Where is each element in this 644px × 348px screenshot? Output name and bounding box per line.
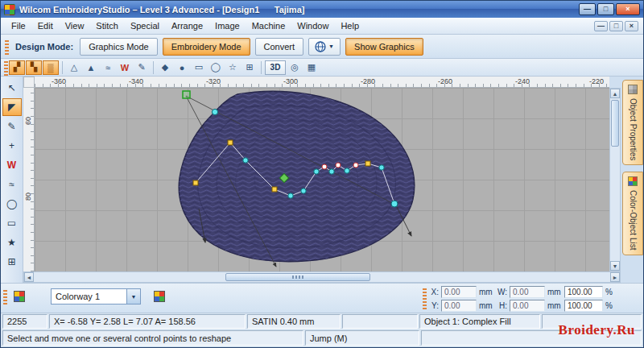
vertical-ruler: 60 80 — [23, 88, 35, 271]
menu-image[interactable]: Image — [209, 19, 246, 32]
palette-button[interactable] — [10, 288, 28, 305]
stitch-point — [353, 163, 358, 168]
embroidery-object[interactable] — [179, 91, 415, 261]
menu-view[interactable]: View — [60, 19, 90, 32]
horizontal-ruler: -360 -340 -320 -300 -280 -260 -240 -220 — [35, 77, 609, 88]
embroidery-mode-button[interactable]: Embroidery Mode — [163, 38, 250, 56]
menu-special[interactable]: Special — [125, 19, 165, 32]
diamond-node-icon[interactable]: ◆ — [157, 60, 173, 75]
mode-toolbar: Design Mode: Graphics Mode Embroidery Mo… — [1, 35, 643, 59]
menu-window[interactable]: Window — [291, 19, 334, 32]
maximize-button[interactable]: □ — [597, 3, 614, 15]
tab-label: Color-Object List — [629, 190, 638, 250]
watermark: Broidery.Ru — [559, 322, 635, 338]
scale-height-input[interactable] — [564, 300, 603, 312]
close-button[interactable]: × — [616, 3, 640, 15]
wave-stitch-icon[interactable]: ≈ — [100, 60, 116, 75]
triangle-solid-icon[interactable]: ▲ — [83, 60, 99, 75]
colorway-dropdown-arrow[interactable]: ▼ — [126, 289, 140, 304]
ruler-tick: -260 — [438, 77, 452, 85]
fill-pattern-icon[interactable]: ▒ — [43, 60, 59, 75]
horizontal-scroll-thumb[interactable] — [225, 273, 370, 281]
hoop-globe-button[interactable]: ▼ — [308, 38, 341, 56]
pattern-stitch-icon[interactable]: ▞ — [9, 60, 25, 75]
stitch-dot-icon[interactable]: ● — [174, 60, 190, 75]
star-shape-tool[interactable]: ★ — [2, 234, 22, 251]
ellipse-tool-icon[interactable]: ◯ — [208, 60, 224, 75]
y-label: Y: — [427, 301, 439, 310]
three-d-view-button[interactable]: 3D — [265, 60, 286, 75]
graphics-mode-button[interactable]: Graphics Mode — [80, 38, 158, 56]
convert-button[interactable]: Convert — [255, 38, 304, 56]
grid-view-icon[interactable]: ⊞ — [242, 60, 258, 75]
colorway-toolbar-grip[interactable] — [3, 288, 7, 304]
triangle-outline-icon[interactable]: △ — [66, 60, 82, 75]
w-unit: mm — [547, 288, 562, 296]
edit-colorways-button[interactable] — [151, 288, 168, 305]
lettering-tool[interactable]: W — [2, 156, 22, 174]
pen-tool-icon[interactable]: ✎ — [134, 60, 150, 75]
menu-edit[interactable]: Edit — [32, 19, 59, 32]
tab-color-object-list[interactable]: Color-Object List — [622, 172, 643, 255]
ellipse-tool[interactable]: ◯ — [2, 195, 22, 213]
vertical-scroll-thumb[interactable] — [611, 100, 619, 147]
zoom-target-icon[interactable]: ◎ — [287, 60, 303, 75]
menu-file[interactable]: File — [6, 19, 31, 32]
show-graphics-button[interactable]: Show Graphics — [345, 38, 423, 56]
object-properties-icon — [628, 85, 638, 94]
h-input[interactable] — [510, 300, 545, 312]
mirror-merge-tool[interactable]: ⊞ — [2, 253, 22, 271]
curve-control-point — [243, 158, 248, 163]
corner-control-point — [272, 187, 277, 192]
menu-help[interactable]: Help — [335, 19, 365, 32]
menu-arrange[interactable]: Arrange — [166, 19, 208, 32]
globe-icon — [315, 41, 326, 52]
corner-control-point — [228, 140, 233, 145]
menu-machine[interactable]: Machine — [246, 19, 291, 32]
fields-toolbar-grip[interactable] — [423, 288, 427, 309]
menubar: File Edit View Stitch Special Arrange Im… — [1, 18, 643, 35]
globe-dropdown-arrow[interactable]: ▼ — [328, 44, 334, 49]
scroll-up-arrow[interactable]: ▲ — [610, 89, 620, 98]
digitize-tool[interactable]: ✎ — [2, 118, 22, 135]
mesh-view-icon[interactable]: ▦ — [303, 60, 320, 75]
mdi-restore-button[interactable]: □ — [609, 21, 623, 31]
scale-width-input[interactable] — [564, 286, 603, 298]
lettering-icon[interactable]: W — [117, 60, 133, 75]
scroll-down-arrow[interactable]: ▼ — [610, 261, 620, 271]
w-label: W: — [496, 288, 507, 296]
tab-object-properties[interactable]: Object Properties — [622, 80, 643, 165]
scale-height-unit: % — [605, 301, 613, 310]
vertical-scrollbar[interactable]: ▲ ▼ — [609, 88, 621, 271]
curve-control-point — [301, 188, 306, 193]
toolbar-grip[interactable] — [5, 39, 9, 55]
texture-stitch-icon[interactable]: ▚ — [26, 60, 42, 75]
mdi-close-button[interactable]: × — [625, 21, 638, 31]
menu-stitch[interactable]: Stitch — [90, 19, 124, 32]
rectangle-tool[interactable]: ▭ — [2, 214, 22, 232]
run-stitch-tool[interactable]: ≈ — [2, 176, 22, 193]
icon-toolbar: ▞ ▚ ▒ △ ▲ ≈ W ✎ ◆ ● ▭ ◯ ☆ ⊞ 3D ◎ ▦ — [1, 59, 643, 77]
scroll-right-arrow[interactable]: ► — [610, 272, 620, 282]
x-input[interactable] — [441, 286, 477, 298]
y-input[interactable] — [441, 300, 477, 312]
colorway-select[interactable]: Colorway 1 ▼ — [51, 288, 141, 304]
palette-icon — [14, 291, 25, 302]
rectangle-tool-icon[interactable]: ▭ — [191, 60, 207, 75]
reshape-tool[interactable]: ◤ — [2, 98, 22, 116]
window-title: Wilcom EmbroideryStudio – Level 3 Advanc… — [19, 5, 579, 14]
minimize-button[interactable]: — — [579, 3, 596, 15]
stitch-edit-tool[interactable]: + — [2, 137, 22, 155]
curve-control-point — [345, 168, 349, 173]
select-tool[interactable]: ↖ — [2, 79, 22, 97]
ruler-tick: -240 — [515, 77, 530, 85]
toolbar-separator — [62, 61, 63, 74]
horizontal-scrollbar[interactable]: ◄ ► — [23, 271, 621, 283]
mdi-minimize-button[interactable]: — — [594, 21, 608, 31]
scroll-left-arrow[interactable]: ◄ — [24, 272, 34, 282]
star-tool-icon[interactable]: ☆ — [225, 60, 241, 75]
w-input[interactable] — [510, 286, 545, 298]
stitch-point — [336, 163, 341, 168]
design-canvas[interactable] — [35, 88, 609, 271]
icon-toolbar-grip[interactable] — [4, 60, 8, 76]
